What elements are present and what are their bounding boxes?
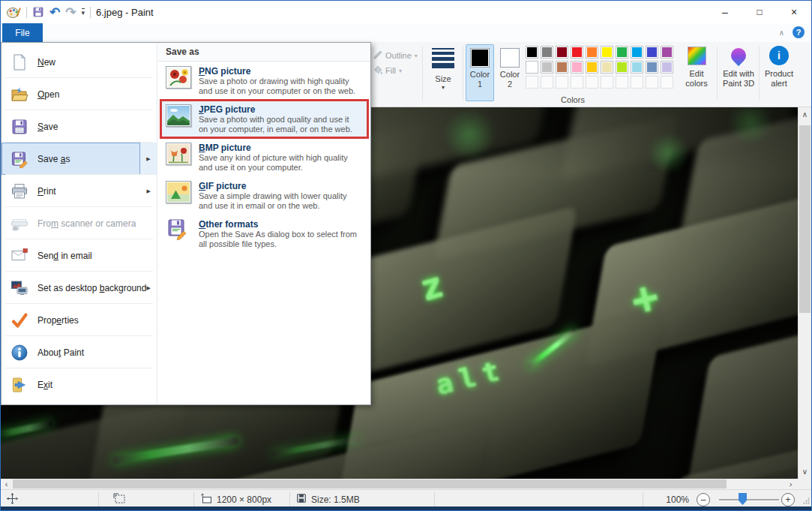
menu-item-exit[interactable]: Exit [1,368,157,401]
palette-swatch[interactable] [541,46,553,59]
palette-swatch-empty[interactable] [556,76,568,89]
palette-swatch[interactable] [586,46,598,59]
save-as-option-bmp-picture[interactable]: BMP picture Save any kind of picture wit… [161,139,367,176]
palette-swatch[interactable] [586,61,598,74]
scroll-right-icon[interactable]: › [785,479,796,489]
palette-swatch-empty[interactable] [586,76,598,89]
save-as-option-png-picture[interactable]: PNG picture Save a photo or drawing with… [161,62,367,100]
palette-swatch[interactable] [646,46,658,59]
menu-item-save[interactable]: Save [1,110,157,143]
color1-swatch [470,48,490,68]
palette-swatch[interactable] [601,46,613,59]
close-button[interactable]: × [777,1,811,23]
palette-swatch-empty[interactable] [616,76,628,89]
checkmark-icon [10,311,28,329]
palette-swatch[interactable] [556,61,568,74]
vertical-scrollbar[interactable]: ∧ ∨ [798,107,811,479]
palette-swatch[interactable] [556,46,568,59]
menu-item-label: New [37,57,55,68]
help-icon[interactable]: ? [793,26,805,38]
product-alert-button[interactable]: i Product alert [761,44,797,89]
menu-item-new[interactable]: New [1,46,157,78]
menu-item-about-paint[interactable]: About Paint [1,336,157,368]
collapse-ribbon-icon[interactable]: ∧ [779,29,784,37]
zoom-slider[interactable] [719,499,779,501]
paint-logo-icon [7,6,21,19]
scroll-left-icon[interactable]: ‹ [1,479,12,489]
redo-button[interactable]: ↷ [65,6,76,19]
outline-button[interactable]: Outline ▾ [373,48,418,63]
edit-colors-button[interactable]: Edit colors [679,44,714,89]
edit-colors-label2: colors [679,79,714,89]
colors-group-label: Colors [466,95,680,104]
submenu-arrow-icon[interactable]: ▶ [139,143,157,175]
fill-label: Fill [385,66,396,75]
save-as-option-other-formats[interactable]: Other formats Open the Save As dialog bo… [161,215,367,253]
desktop-background-icon [10,279,28,297]
color1-button[interactable]: Color 1 [466,44,494,101]
scrollbar-corner [798,479,811,489]
submenu-arrow-icon: ▶ [147,188,151,194]
menu-item-set-desktop-background[interactable]: Set as desktop background ▶ [1,272,157,304]
palette-swatch[interactable] [661,61,673,74]
palette-swatch[interactable] [616,61,628,74]
minimize-button[interactable]: – [708,1,742,23]
file-tab[interactable]: File [2,23,43,42]
zoom-slider-thumb[interactable] [739,493,747,505]
menu-item-print[interactable]: Print ▶ [1,175,157,207]
color2-button[interactable]: Color 2 [496,44,524,101]
move-cursor-icon [7,493,18,506]
palette-swatch-empty[interactable] [526,76,538,89]
save-as-option-gif-picture[interactable]: GIF picture Save a simple drawing with l… [161,177,367,215]
vertical-scroll-thumb[interactable] [799,125,811,313]
menu-item-label: Properties [37,315,79,326]
palette-swatch-empty[interactable] [601,76,613,89]
maximize-button[interactable]: □ [742,1,777,23]
edit-with-paint3d-button[interactable]: Edit with Paint 3D [720,44,757,89]
palette-swatch[interactable] [601,61,613,74]
format-option-text: JPEG picture Save a photo with good qual… [199,104,352,138]
edit-colors-label: Edit [679,69,714,79]
horizontal-scrollbar[interactable]: ‹ › [1,479,799,489]
group-separator [759,47,760,101]
palette-swatch[interactable] [541,61,553,74]
palette-swatch-empty[interactable] [571,76,583,89]
palette-swatch[interactable] [526,61,538,74]
palette-swatch[interactable] [616,46,628,59]
palette-swatch[interactable] [631,61,643,74]
menu-item-label: About Paint [37,347,84,358]
window-bottom-strip [1,506,811,510]
palette-swatch-empty[interactable] [541,76,553,89]
palette-swatch[interactable] [646,61,658,74]
scroll-down-icon[interactable]: ∨ [799,467,811,476]
customize-toolbar-dropdown[interactable]: ▾ [82,8,85,17]
size-button[interactable]: Size ▾ [425,45,461,91]
palette-swatch[interactable] [571,46,583,59]
printer-icon [10,182,28,200]
menu-item-open[interactable]: Open [1,78,157,110]
menu-item-save-as[interactable]: Save as ▶ [1,143,157,175]
horizontal-scroll-thumb[interactable] [13,479,727,488]
info-circle-icon [10,344,28,362]
save-as-submenu: Save as PNG picture Save a photo or draw… [158,43,370,404]
save-quick-icon[interactable] [32,6,44,18]
palette-swatch[interactable] [631,46,643,59]
palette-swatch-empty[interactable] [661,76,673,89]
scroll-up-icon[interactable]: ∧ [799,110,811,119]
color2-swatch [500,48,520,68]
palette-swatch[interactable] [661,46,673,59]
email-icon [10,247,28,265]
menu-item-send-in-email[interactable]: Send in email [1,239,157,272]
save-as-option-jpeg-picture[interactable]: JPEG picture Save a photo with good qual… [161,101,367,138]
resize-grip[interactable] [803,496,810,506]
undo-button[interactable]: ↶ [49,6,60,19]
palette-swatch-empty[interactable] [631,76,643,89]
status-separator [193,492,194,506]
palette-swatch[interactable] [571,61,583,74]
format-option-text: BMP picture Save any kind of picture wit… [199,143,348,176]
fill-button[interactable]: Fill ▾ [373,63,418,78]
menu-item-label: Save as [37,154,70,164]
menu-item-properties[interactable]: Properties [1,304,157,336]
palette-swatch[interactable] [526,46,538,59]
palette-swatch-empty[interactable] [646,76,658,89]
